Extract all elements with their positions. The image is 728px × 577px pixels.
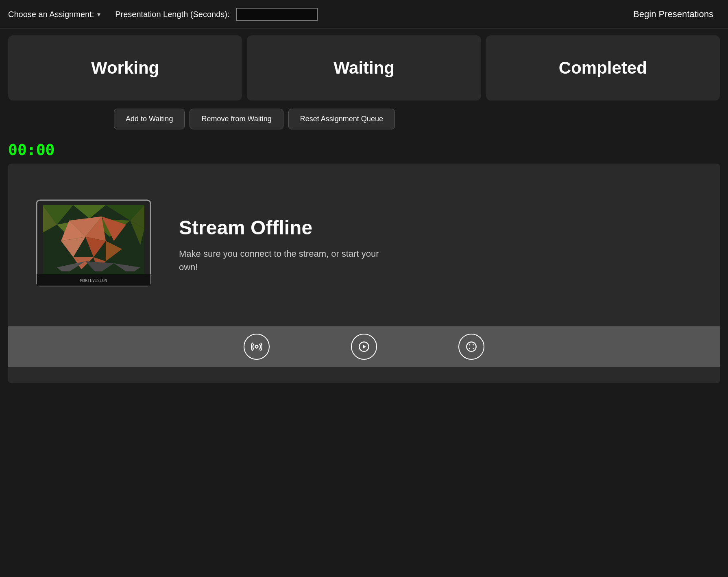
assignment-label: Choose an Assignment:: [8, 10, 94, 19]
reset-queue-button[interactable]: Reset Assignment Queue: [288, 109, 395, 129]
add-to-waiting-button[interactable]: Add to Waiting: [114, 109, 185, 129]
fullscreen-icon: [466, 341, 477, 352]
fullscreen-button[interactable]: [458, 334, 484, 360]
length-label: Presentation Length (Seconds):: [115, 10, 229, 19]
play-button[interactable]: [351, 334, 377, 360]
completed-panel: Completed: [486, 35, 720, 101]
svg-point-25: [255, 345, 258, 348]
broadcast-button[interactable]: [244, 334, 270, 360]
tv-image: MORTEVISION: [33, 196, 155, 294]
stream-panel: MORTEVISION Stream Offline Make sure you…: [8, 164, 720, 383]
tv-brand-label: MORTEVISION: [80, 278, 107, 283]
stream-offline-desc: Make sure you connect to the stream, or …: [179, 247, 382, 274]
length-input[interactable]: [236, 8, 318, 21]
stream-controls-bar: [8, 326, 720, 367]
waiting-label: Waiting: [333, 58, 395, 78]
dropdown-arrow-icon[interactable]: ▾: [97, 11, 100, 18]
completed-label: Completed: [559, 58, 647, 78]
broadcast-icon: [251, 341, 262, 352]
working-panel: Working: [8, 35, 242, 101]
working-label: Working: [91, 58, 159, 78]
stream-content: MORTEVISION Stream Offline Make sure you…: [8, 164, 720, 326]
stream-info: Stream Offline Make sure you connect to …: [179, 216, 382, 274]
timer-display: 00:00: [0, 138, 728, 164]
svg-point-28: [466, 342, 476, 351]
svg-rect-23: [43, 271, 144, 274]
remove-from-waiting-button[interactable]: Remove from Waiting: [190, 109, 283, 129]
status-panels: Working Waiting Completed: [0, 29, 728, 107]
svg-marker-27: [363, 345, 366, 348]
stream-offline-title: Stream Offline: [179, 216, 382, 239]
action-buttons: Add to Waiting Remove from Waiting Reset…: [0, 107, 728, 138]
waiting-panel: Waiting: [247, 35, 481, 101]
header: Choose an Assignment: ▾ Presentation Len…: [0, 0, 728, 29]
play-icon: [358, 341, 370, 352]
begin-presentations-button[interactable]: Begin Presentations: [627, 6, 720, 23]
